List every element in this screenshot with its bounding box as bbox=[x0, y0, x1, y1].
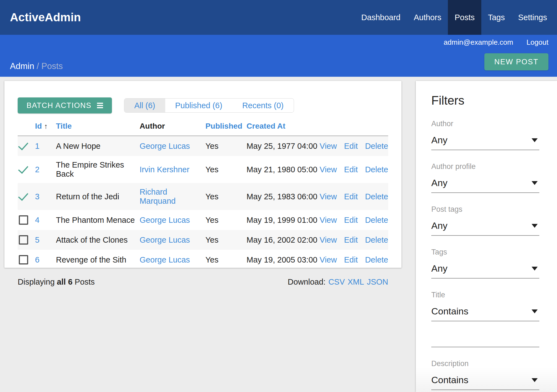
column-header-created-at-label[interactable]: Created At bbox=[246, 122, 285, 130]
post-id-link[interactable]: 1 bbox=[35, 142, 40, 150]
view-link[interactable]: View bbox=[320, 255, 337, 264]
table-row: 3 Return of the Jedi Richard Marquand Ye… bbox=[18, 183, 388, 210]
header-checkbox-cell bbox=[18, 120, 35, 136]
column-header-created-at[interactable]: Created At bbox=[246, 120, 320, 136]
filter-group-post-tags: Post tags Any bbox=[431, 205, 539, 236]
row-checkbox[interactable] bbox=[18, 164, 30, 175]
post-title: Revenge of the Sith bbox=[56, 250, 140, 270]
breadcrumb: Admin / Posts bbox=[10, 61, 63, 71]
post-author-link[interactable]: George Lucas bbox=[140, 255, 190, 264]
title-filter-select[interactable]: Contains bbox=[431, 306, 539, 321]
edit-link[interactable]: Edit bbox=[344, 165, 358, 174]
nav-authors[interactable]: Authors bbox=[407, 0, 448, 35]
page-title: Posts bbox=[41, 61, 63, 71]
post-published: Yes bbox=[205, 136, 246, 156]
dropdown-caret-icon bbox=[532, 138, 538, 142]
post-id-link[interactable]: 5 bbox=[35, 235, 40, 244]
view-link[interactable]: View bbox=[320, 165, 337, 174]
tab-all[interactable]: All (6) bbox=[124, 99, 165, 112]
download-xml-link[interactable]: XML bbox=[348, 277, 364, 286]
nav-settings[interactable]: Settings bbox=[511, 0, 554, 35]
author-filter-select[interactable]: Any bbox=[431, 135, 539, 150]
post-tags-filter-value: Any bbox=[431, 220, 448, 231]
dropdown-caret-icon bbox=[532, 224, 538, 228]
row-checkbox[interactable] bbox=[18, 191, 30, 202]
post-author-link[interactable]: George Lucas bbox=[140, 142, 190, 150]
view-link[interactable]: View bbox=[320, 235, 337, 244]
post-title: The Empire Strikes Back bbox=[56, 156, 140, 183]
post-tags-filter-select[interactable]: Any bbox=[431, 220, 539, 236]
dropdown-caret-icon bbox=[532, 309, 538, 313]
column-header-published[interactable]: Published bbox=[205, 120, 246, 136]
post-created-at: May 19, 2005 03:00 bbox=[246, 250, 320, 270]
filter-label-description: Description bbox=[431, 359, 539, 368]
edit-link[interactable]: Edit bbox=[344, 216, 358, 224]
posts-table: Id↑ Title Author Published Created At 1 … bbox=[18, 120, 388, 270]
edit-link[interactable]: Edit bbox=[344, 192, 358, 201]
sort-asc-icon: ↑ bbox=[44, 122, 48, 130]
edit-link[interactable]: Edit bbox=[344, 255, 358, 264]
post-id-link[interactable]: 6 bbox=[35, 255, 40, 264]
delete-link[interactable]: Delete bbox=[365, 255, 388, 264]
filters-title: Filters bbox=[431, 94, 539, 107]
view-link[interactable]: View bbox=[320, 142, 337, 150]
title-filter-input[interactable] bbox=[431, 335, 539, 347]
download-csv-link[interactable]: CSV bbox=[328, 277, 345, 286]
batch-actions-button[interactable]: BATCH ACTIONS bbox=[18, 97, 112, 113]
post-author-link[interactable]: Irvin Kershner bbox=[140, 165, 190, 174]
tab-recents[interactable]: Recents (0) bbox=[232, 99, 294, 112]
delete-link[interactable]: Delete bbox=[365, 216, 388, 224]
new-post-button[interactable]: NEW POST bbox=[484, 53, 548, 70]
user-bar: admin@example.com Logout bbox=[444, 38, 548, 47]
post-id-link[interactable]: 3 bbox=[35, 192, 40, 201]
breadcrumb-admin-link[interactable]: Admin bbox=[10, 61, 34, 71]
delete-link[interactable]: Delete bbox=[365, 165, 388, 174]
post-created-at: May 25, 1977 04:00 bbox=[246, 136, 320, 156]
delete-link[interactable]: Delete bbox=[365, 235, 388, 244]
description-filter-select[interactable]: Contains bbox=[431, 375, 539, 390]
logout-link[interactable]: Logout bbox=[526, 38, 548, 47]
table-row: 6 Revenge of the Sith George Lucas Yes M… bbox=[18, 250, 388, 270]
row-checkbox[interactable] bbox=[18, 141, 30, 152]
nav-tags[interactable]: Tags bbox=[481, 0, 511, 35]
download-label: Download: bbox=[288, 277, 325, 286]
post-id-link[interactable]: 4 bbox=[35, 216, 40, 224]
post-author-link[interactable]: George Lucas bbox=[140, 216, 190, 224]
table-row: 1 A New Hope George Lucas Yes May 25, 19… bbox=[18, 136, 388, 156]
tags-filter-select[interactable]: Any bbox=[431, 263, 539, 279]
content-area: BATCH ACTIONS All (6) Published (6) Rece… bbox=[0, 77, 557, 392]
column-header-id-label[interactable]: Id bbox=[35, 122, 42, 130]
nav-posts[interactable]: Posts bbox=[448, 0, 481, 35]
row-checkbox[interactable] bbox=[18, 254, 30, 265]
nav-dashboard[interactable]: Dashboard bbox=[355, 0, 407, 35]
view-link[interactable]: View bbox=[320, 216, 337, 224]
post-published: Yes bbox=[205, 250, 246, 270]
edit-link[interactable]: Edit bbox=[344, 235, 358, 244]
top-app-bar: ActiveAdmin Dashboard Authors Posts Tags… bbox=[0, 0, 557, 35]
post-id-link[interactable]: 2 bbox=[35, 165, 40, 174]
current-user-email[interactable]: admin@example.com bbox=[444, 38, 513, 47]
author-profile-filter-select[interactable]: Any bbox=[431, 178, 539, 193]
row-checkbox[interactable] bbox=[18, 234, 30, 245]
delete-link[interactable]: Delete bbox=[365, 192, 388, 201]
tab-published[interactable]: Published (6) bbox=[165, 99, 232, 112]
column-header-id[interactable]: Id↑ bbox=[35, 120, 56, 136]
filter-label-author-profile: Author profile bbox=[431, 162, 539, 171]
filter-group-tags: Tags Any bbox=[431, 248, 539, 279]
view-link[interactable]: View bbox=[320, 192, 337, 201]
pagination-info: Displaying all 6 Posts bbox=[18, 277, 95, 287]
post-author-link[interactable]: Richard Marquand bbox=[140, 187, 176, 205]
download-links: Download:CSVXMLJSON bbox=[288, 277, 388, 287]
post-published: Yes bbox=[205, 210, 246, 230]
row-checkbox[interactable] bbox=[18, 214, 30, 226]
edit-link[interactable]: Edit bbox=[344, 142, 358, 150]
column-header-title-label[interactable]: Title bbox=[56, 122, 72, 130]
post-author-link[interactable]: George Lucas bbox=[140, 235, 190, 244]
description-filter-value: Contains bbox=[431, 375, 468, 385]
post-title: The Phantom Menace bbox=[56, 210, 140, 230]
download-json-link[interactable]: JSON bbox=[367, 277, 388, 286]
delete-link[interactable]: Delete bbox=[365, 142, 388, 150]
column-header-title[interactable]: Title bbox=[56, 120, 140, 136]
column-header-published-label[interactable]: Published bbox=[205, 122, 242, 130]
table-row: 5 Attack of the Clones George Lucas Yes … bbox=[18, 230, 388, 250]
